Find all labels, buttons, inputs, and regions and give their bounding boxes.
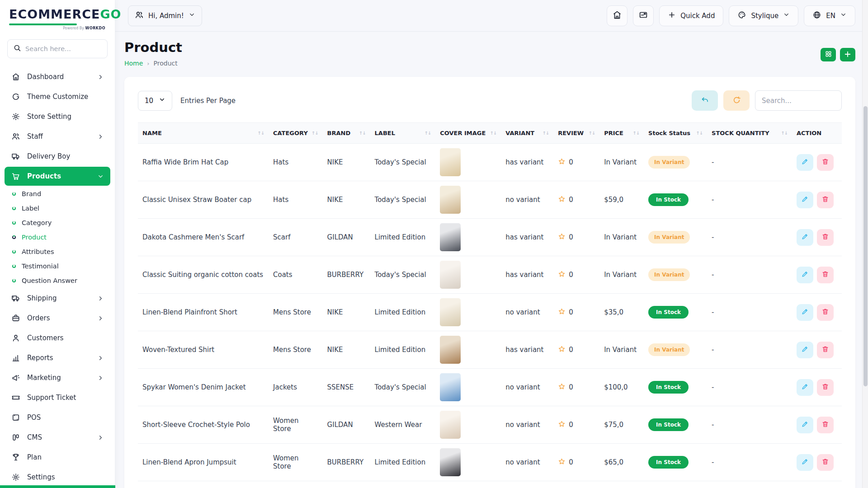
- sidebar-search-input[interactable]: [25, 45, 102, 52]
- delete-product-button[interactable]: [817, 229, 834, 246]
- delete-product-button[interactable]: [817, 417, 834, 433]
- sidebar-item-products[interactable]: Products: [5, 167, 110, 186]
- delete-product-button[interactable]: [817, 379, 834, 396]
- column-header-variant[interactable]: VARIANT↑↓: [501, 123, 553, 144]
- edit-product-button[interactable]: [797, 267, 813, 283]
- edit-product-button[interactable]: [797, 454, 813, 471]
- sidebar-item-orders[interactable]: Orders: [5, 309, 110, 328]
- delete-product-button[interactable]: [817, 267, 834, 283]
- storefront-icon: [612, 10, 622, 21]
- review-count: 0: [569, 233, 573, 241]
- orders-icon: [11, 314, 21, 323]
- support-ticket-icon: [11, 393, 21, 402]
- edit-product-button[interactable]: [797, 192, 813, 208]
- sidebar-item-store-setting[interactable]: Store Setting: [5, 107, 110, 126]
- trash-icon: [821, 308, 829, 317]
- entries-per-page-select[interactable]: 10: [138, 91, 172, 111]
- logo-text: ECOMMERCEGO: [9, 7, 106, 21]
- chevron-down-icon: [840, 11, 847, 20]
- column-header-review[interactable]: REVIEW↑↓: [553, 123, 599, 144]
- sidebar-item-delivery-boy[interactable]: Delivery Boy: [5, 147, 110, 166]
- sidebar-subitem-label[interactable]: Label: [0, 201, 115, 216]
- pencil-icon: [801, 270, 809, 279]
- sidebar-item-support-ticket[interactable]: Support Ticket: [5, 388, 110, 407]
- product-table: NAME↑↓CATEGORY↑↓BRAND↑↓LABEL↑↓COVER IMAG…: [138, 122, 842, 481]
- pencil-icon: [801, 345, 809, 354]
- messages-button[interactable]: [633, 5, 654, 26]
- plan-icon: [11, 453, 21, 462]
- delete-product-button[interactable]: [817, 154, 834, 171]
- sidebar-item-label: Dashboard: [27, 73, 91, 81]
- theme-style-button[interactable]: Stylique: [729, 5, 798, 26]
- column-header-price[interactable]: PRICE↑↓: [599, 123, 644, 144]
- language-label: EN: [826, 12, 835, 20]
- column-header-stock-quantity[interactable]: STOCK QUANTITY↑↓: [707, 123, 792, 144]
- sidebar-item-dashboard[interactable]: Dashboard: [5, 67, 110, 86]
- undo-icon: [701, 96, 709, 106]
- table-row: Raffia Wide Brim Hat CapHatsNIKEToday's …: [138, 144, 842, 181]
- product-cover-image: [440, 411, 461, 439]
- reports-icon: [11, 353, 21, 362]
- edit-product-button[interactable]: [797, 304, 813, 321]
- language-button[interactable]: EN: [804, 5, 855, 26]
- stock-quantity: -: [712, 158, 714, 166]
- sidebar-item-shipping[interactable]: Shipping: [5, 289, 110, 308]
- edit-product-button[interactable]: [797, 154, 813, 171]
- sidebar-item-reports[interactable]: Reports: [5, 348, 110, 367]
- refresh-button[interactable]: [723, 90, 750, 111]
- grid-view-button[interactable]: [821, 48, 836, 61]
- table-search-input[interactable]: [755, 90, 842, 111]
- column-header-brand[interactable]: BRAND↑↓: [323, 123, 370, 144]
- column-header-cover-image[interactable]: COVER IMAGE↑↓: [435, 123, 501, 144]
- sidebar-item-pos[interactable]: POS: [5, 408, 110, 427]
- sidebar-item-staff[interactable]: Staff: [5, 127, 110, 146]
- sidebar-item-settings[interactable]: Settings: [5, 468, 110, 487]
- entries-per-page-label: Entries Per Page: [180, 97, 236, 105]
- storefront-button[interactable]: [607, 5, 627, 26]
- sort-icon: ↑↓: [696, 131, 703, 136]
- sidebar-subitem-brand[interactable]: Brand: [0, 187, 115, 201]
- product-category: Hats: [273, 196, 288, 204]
- edit-product-button[interactable]: [797, 229, 813, 246]
- column-header-name[interactable]: NAME↑↓: [138, 123, 269, 144]
- column-header-label[interactable]: LABEL↑↓: [370, 123, 436, 144]
- sidebar-subitem-product[interactable]: Product: [0, 230, 115, 244]
- pos-icon: [11, 413, 21, 422]
- column-header-stock-status[interactable]: Stock Status↑↓: [644, 123, 707, 144]
- sidebar-subitem-testimonial[interactable]: Testimonial: [0, 259, 115, 273]
- product-cover-image: [440, 298, 461, 326]
- breadcrumb-home-link[interactable]: Home: [124, 60, 143, 67]
- product-variant: no variant: [505, 383, 540, 391]
- delete-product-button[interactable]: [817, 192, 834, 208]
- pencil-icon: [801, 383, 809, 392]
- add-product-button[interactable]: [840, 48, 855, 61]
- sidebar-item-plan[interactable]: Plan: [5, 448, 110, 467]
- sidebar-item-marketing[interactable]: Marketing: [5, 368, 110, 387]
- stock-quantity: -: [712, 346, 714, 354]
- edit-product-button[interactable]: [797, 342, 813, 358]
- sidebar-item-label: Settings: [27, 473, 104, 481]
- sidebar-subitem-category[interactable]: Category: [0, 216, 115, 230]
- trash-icon: [821, 420, 829, 429]
- delete-product-button[interactable]: [817, 342, 834, 358]
- quick-add-button[interactable]: Quick Add: [659, 5, 723, 26]
- user-menu-button[interactable]: Hi, Admin!: [128, 5, 202, 26]
- sidebar-subitem-question-answer[interactable]: Question Answer: [0, 273, 115, 288]
- sidebar-item-customers[interactable]: Customers: [5, 328, 110, 347]
- page-scrollbar[interactable]: [862, 0, 868, 488]
- sidebar-item-cms[interactable]: CMS: [5, 428, 110, 447]
- edit-product-button[interactable]: [797, 379, 813, 396]
- product-category: Women Store: [273, 454, 298, 470]
- edit-product-button[interactable]: [797, 417, 813, 433]
- sidebar-subitem-attributes[interactable]: Attributes: [0, 244, 115, 259]
- sidebar-item-label: Staff: [27, 132, 91, 141]
- delete-product-button[interactable]: [817, 454, 834, 471]
- undo-filter-button[interactable]: [692, 90, 718, 111]
- chevron-down-icon: [97, 173, 104, 180]
- column-header-category[interactable]: CATEGORY↑↓: [269, 123, 323, 144]
- delete-product-button[interactable]: [817, 304, 834, 321]
- stock-quantity: -: [712, 383, 714, 391]
- sidebar-item-theme-customize[interactable]: Theme Customize: [5, 87, 110, 106]
- topbar-actions: Quick Add Stylique EN: [607, 5, 855, 26]
- page-scrollbar-thumb[interactable]: [863, 106, 868, 386]
